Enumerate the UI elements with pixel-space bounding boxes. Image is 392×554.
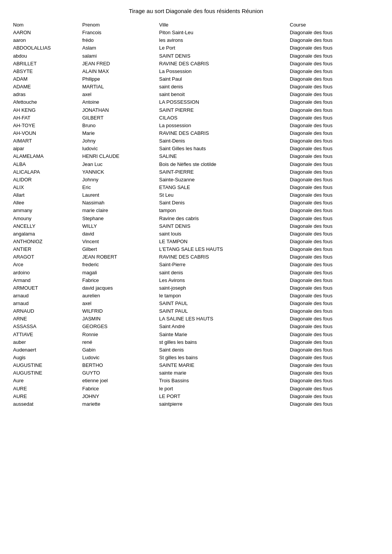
table-cell: tampon [158,207,288,214]
table-cell: Diagonale des fous [288,29,388,36]
table-cell: Aslam [81,44,158,52]
table-cell: Le Port [158,44,288,52]
table-cell: JEAN FRED [81,60,158,68]
header-nom: Nom [12,21,81,29]
table-cell: Diagonale des fous [288,137,388,145]
table-cell: ATTIAVE [12,331,81,338]
table-cell: Diagonale des fous [288,83,388,91]
table-cell: Diagonale des fous [288,292,388,300]
table-cell: SAINT DENIS [158,52,288,60]
table-cell: Diagonale des fous [288,261,388,269]
table-row: AfettoucheAntoineLA POSSESSIONDiagonale … [12,98,380,106]
table-cell: ANCELLY [12,222,81,230]
table-cell: Diagonale des fous [288,60,388,68]
table-cell: La possession [158,122,288,129]
table-header: Nom Prenom Ville Course [12,21,380,29]
table-cell: Aure [12,377,81,385]
table-cell: arnaud [12,292,81,300]
table-cell: Diagonale des fous [288,331,388,338]
table-cell: Johnny [81,176,158,184]
table-row: AUREFabricele portDiagonale des fous [12,385,380,393]
table-row: AugisLudovicSt gilles les bainsDiagonale… [12,354,380,362]
table-row: arnaudaxelSAINT PAULDiagonale des fous [12,300,380,307]
table-row: ANCELLYWILLYSAINT DENISDiagonale des fou… [12,222,380,230]
table-cell: rené [81,338,158,346]
table-cell: Diagonale des fous [288,68,388,75]
table-row: aussedatmariettesaintpierreDiagonale des… [12,400,380,408]
table-cell: saint-joseph [158,284,288,292]
table-row: ALIDORJohnnySainte-SuzanneDiagonale des … [12,176,380,184]
table-cell: Allart [12,191,81,199]
table-cell: Bruno [81,122,158,129]
table-row: ADAMEMARTIALsaint denisDiagonale des fou… [12,83,380,91]
table-cell: sainte marie [158,369,288,377]
table-cell: Diagonale des fous [288,238,388,245]
table-cell: Diagonale des fous [288,129,388,137]
table-cell: JEAN ROBERT [81,253,158,261]
table-row: aiparludovicSaint Gilles les hautsDiagon… [12,145,380,153]
table-cell: Diagonale des fous [288,52,388,60]
table-cell: JONATHAN [81,106,158,114]
table-cell: MARTIAL [81,83,158,91]
table-cell: SAINTE MARIE [158,362,288,369]
table-cell: Bois de Nèfles ste clotilde [158,161,288,168]
table-cell: AH-TOYE [12,122,81,129]
table-cell: saintpierre [158,400,288,408]
table-row: ammanymarie clairetamponDiagonale des fo… [12,207,380,214]
table-row: AllartLaurentSt LeuDiagonale des fous [12,191,380,199]
table-cell: Ravine des cabris [158,215,288,222]
table-cell: ADAME [12,83,81,91]
table-cell: mariette [81,400,158,408]
table-cell: CILAOS [158,114,288,122]
table-row: ArcefredericSaint-PierreDiagonale des fo… [12,261,380,269]
table-cell: Saint Paul [158,75,288,83]
table-cell: ammany [12,207,81,214]
table-cell: Diagonale des fous [288,307,388,315]
table-cell: Diagonale des fous [288,362,388,369]
table-cell: Audenaert [12,346,81,354]
table-cell: Saint denis [158,346,288,354]
table-cell: abdou [12,52,81,60]
table-cell: Eric [81,184,158,191]
table-cell: Diagonale des fous [288,191,388,199]
table-cell: Francois [81,29,158,36]
table-cell: Diagonale des fous [288,98,388,106]
table-cell: Diagonale des fous [288,377,388,385]
table-row: ATTIAVERonnieSainte MarieDiagonale des f… [12,331,380,338]
main-table: Nom Prenom Ville Course AARONFrancoisPit… [12,21,380,408]
table-row: ABRILLETJEAN FREDRAVINE DES CABRISDiagon… [12,60,380,68]
table-cell: SAINT PAUL [158,300,288,307]
table-row: ALBAJean LucBois de Nèfles ste clotildeD… [12,161,380,168]
table-row: ASSASSAGEORGESSaint AndréDiagonale des f… [12,323,380,330]
table-row: ALIXEricETANG SALEDiagonale des fous [12,184,380,191]
table-cell: Ludovic [81,354,158,362]
table-cell: Amouny [12,215,81,222]
table-cell: GILBERT [81,114,158,122]
table-cell: Diagonale des fous [288,245,388,253]
table-cell: Fabrice [81,385,158,393]
table-row: ABDOOLALLIASAslamLe PortDiagonale des fo… [12,44,380,52]
table-cell: Diagonale des fous [288,284,388,292]
table-row: ADAMPhilippeSaint PaulDiagonale des fous [12,75,380,83]
table-cell: SAINT PIERRE [158,106,288,114]
table-cell: Diagonale des fous [288,385,388,393]
table-cell: Diagonale des fous [288,346,388,354]
table-row: abdousalamiSAINT DENISDiagonale des fous [12,52,380,60]
table-cell: axel [81,300,158,307]
table-cell: AURE [12,393,81,400]
table-cell: AIMART [12,137,81,145]
table-row: ALICALAPAYANNICKSAINT-PIERREDiagonale de… [12,168,380,176]
table-cell: st gilles les bains [158,338,288,346]
table-cell: Gilbert [81,245,158,253]
table-cell: ALAMELAMA [12,153,81,160]
table-cell: angalama [12,230,81,238]
table-cell: HENRI CLAUDE [81,153,158,160]
table-cell: ARAGOT [12,253,81,261]
table-cell: Fabrice [81,277,158,284]
table-cell: ardoino [12,269,81,277]
table-cell: Armand [12,277,81,284]
table-row: ANTHONIOZVincentLE TAMPONDiagonale des f… [12,238,380,245]
table-cell: frederic [81,261,158,269]
table-cell: SAINT PAUL [158,307,288,315]
table-row: AUGUSTINEGUYTOsainte marieDiagonale des … [12,369,380,377]
